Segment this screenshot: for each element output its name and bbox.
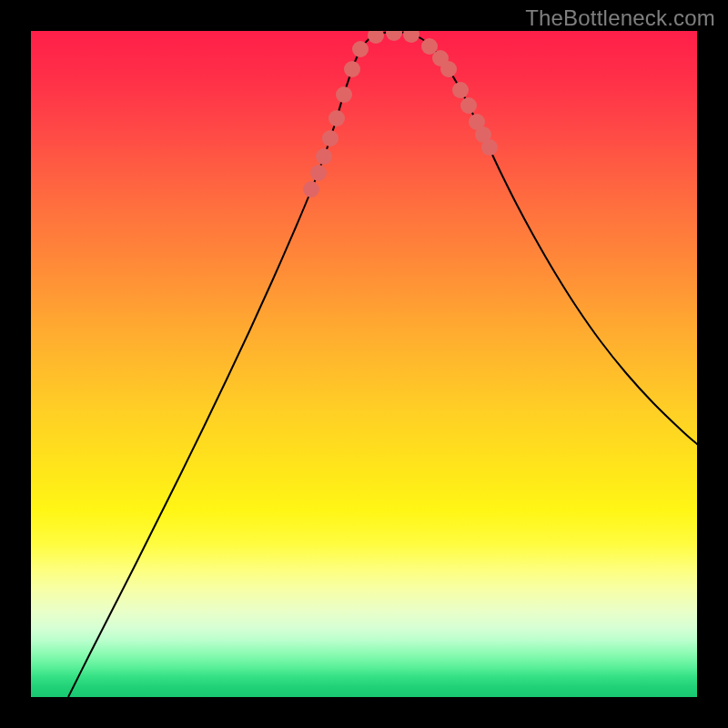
- highlight-marker: [329, 110, 345, 126]
- chart-frame: TheBottleneck.com: [0, 0, 728, 728]
- highlight-marker: [386, 31, 402, 41]
- plot-area: [31, 31, 697, 697]
- highlight-marker: [303, 181, 319, 197]
- watermark-text: TheBottleneck.com: [525, 5, 715, 31]
- highlight-marker: [440, 61, 457, 77]
- highlight-marker: [460, 97, 477, 114]
- highlight-marker: [352, 41, 369, 57]
- highlight-marker: [322, 130, 339, 147]
- highlight-marker: [316, 148, 332, 165]
- highlight-marker: [336, 86, 352, 103]
- markers-layer: [31, 31, 697, 697]
- highlight-marker: [481, 139, 498, 156]
- highlight-marker: [368, 31, 384, 44]
- highlight-marker: [452, 82, 469, 98]
- highlight-marker: [310, 165, 327, 181]
- highlight-marker: [403, 31, 420, 43]
- highlight-marker: [344, 61, 360, 77]
